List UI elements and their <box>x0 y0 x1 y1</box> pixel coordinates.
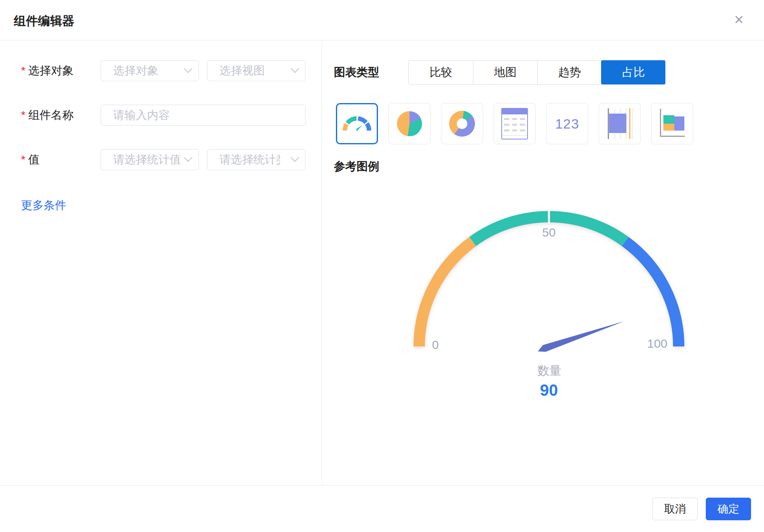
select-stat-type[interactable]: 请选择统计类型 <box>207 149 306 170</box>
table-chart-icon[interactable] <box>494 103 536 144</box>
table-icon <box>501 108 528 139</box>
confirm-button[interactable]: 确定 <box>706 498 751 520</box>
gauge-icon <box>341 111 373 136</box>
gauge-svg: 50 0 100 数量 90 <box>407 205 690 399</box>
field-label-name: *组件名称 <box>21 105 101 126</box>
tab-map[interactable]: 地图 <box>473 61 537 84</box>
chart-panel: 图表类型 比较 地图 趋势 占比 <box>323 40 764 485</box>
stacked-rect-icon <box>658 107 687 141</box>
form-row-value: *值 请选择统计值 请选择统计类型 <box>21 149 322 170</box>
gauge-chart-icon[interactable] <box>336 103 378 144</box>
chart-type-tabs: 比较 地图 趋势 占比 <box>408 60 665 84</box>
gauge-segment-high <box>625 241 679 346</box>
component-editor-dialog: 组件编辑器 × *选择对象 选择对象 选择视图 *组件名称 <box>0 0 764 532</box>
chart-type-row: 图表类型 比较 地图 趋势 占比 <box>334 60 764 84</box>
gauge-tick-label-0: 0 <box>432 338 439 351</box>
form-row-object: *选择对象 选择对象 选择视图 <box>21 60 322 81</box>
chevron-down-icon <box>291 153 299 162</box>
tab-trend[interactable]: 趋势 <box>537 61 601 84</box>
gauge-series-name: 数量 <box>537 364 561 377</box>
cancel-button[interactable]: 取消 <box>652 498 698 520</box>
hbar-icon <box>605 107 634 141</box>
close-icon[interactable]: × <box>728 9 749 30</box>
chevron-down-icon <box>291 64 299 73</box>
pie-icon <box>397 111 422 136</box>
form-panel: *选择对象 选择对象 选择视图 *组件名称 *值 <box>0 40 322 485</box>
gauge-value: 90 <box>540 381 558 399</box>
chevron-down-icon <box>184 64 192 73</box>
required-asterisk: * <box>21 153 25 166</box>
number-123-icon: 123 <box>555 116 579 132</box>
field-label-value: *值 <box>21 149 101 170</box>
select-view[interactable]: 选择视图 <box>207 60 306 81</box>
chart-type-label: 图表类型 <box>334 60 408 84</box>
more-conditions-link[interactable]: 更多条件 <box>21 198 66 213</box>
gauge-segment-low <box>419 241 473 346</box>
reference-legend-label: 参考图例 <box>334 159 764 174</box>
gauge-tick-label-50: 50 <box>542 226 555 239</box>
gauge-chart: 50 0 100 数量 90 <box>334 205 764 399</box>
donut-chart-icon[interactable] <box>441 103 483 144</box>
tab-proportion[interactable]: 占比 <box>601 60 665 84</box>
form-row-name: *组件名称 <box>21 105 322 126</box>
select-stat-value[interactable]: 请选择统计值 <box>101 149 199 170</box>
field-label-object: *选择对象 <box>21 60 101 81</box>
stacked-rect-chart-icon[interactable] <box>651 103 693 144</box>
tab-compare[interactable]: 比较 <box>409 61 473 84</box>
pie-chart-icon[interactable] <box>388 103 431 144</box>
horizontal-bar-chart-icon[interactable] <box>599 103 641 144</box>
donut-icon <box>449 111 475 137</box>
required-asterisk: * <box>21 64 25 77</box>
chart-icon-list: 123 <box>336 103 764 144</box>
dialog-footer: 取消 确定 <box>0 485 764 532</box>
dialog-header: 组件编辑器 × <box>0 0 764 40</box>
required-asterisk: * <box>21 109 25 121</box>
gauge-tick-label-100: 100 <box>647 337 667 350</box>
dialog-title: 组件编辑器 <box>14 13 74 30</box>
gauge-needle <box>536 318 625 354</box>
select-view-placeholder: 选择视图 <box>219 63 265 78</box>
select-object[interactable]: 选择对象 <box>101 60 199 81</box>
chevron-down-icon <box>184 153 192 162</box>
select-object-placeholder: 选择对象 <box>113 63 158 78</box>
number-card-icon[interactable]: 123 <box>546 103 588 144</box>
select-stat-value-placeholder: 请选择统计值 <box>113 152 181 167</box>
component-name-input[interactable] <box>101 105 306 126</box>
select-stat-type-placeholder: 请选择统计类型 <box>219 152 280 167</box>
